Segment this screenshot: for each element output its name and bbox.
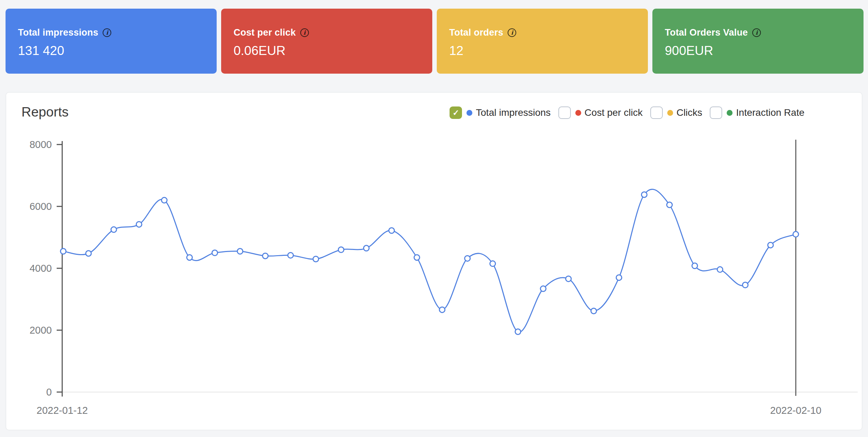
series-color-dot — [727, 110, 733, 116]
data-point-marker[interactable] — [768, 242, 773, 248]
checkbox-checked-icon[interactable]: ✓ — [450, 106, 462, 119]
kpi-cards-row: Total impressions 131 420 Cost per click… — [6, 9, 864, 74]
legend-label: Clicks — [677, 107, 702, 118]
data-point-marker[interactable] — [717, 267, 723, 272]
panel-title: Reports — [21, 105, 69, 119]
data-point-marker[interactable] — [389, 228, 394, 233]
data-point-marker[interactable] — [566, 276, 571, 281]
data-point-marker[interactable] — [692, 263, 698, 269]
legend-item-total-impressions[interactable]: ✓Total impressions — [450, 106, 550, 119]
kpi-card-cost-per-click: Cost per click 0.06EUR — [221, 9, 432, 74]
y-axis-tick-label: 4000 — [29, 263, 52, 274]
data-point-marker[interactable] — [490, 261, 496, 267]
legend-label: Cost per click — [585, 107, 643, 118]
kpi-value: 131 420 — [18, 44, 217, 58]
data-point-marker[interactable] — [414, 255, 419, 260]
series-line — [63, 189, 796, 332]
data-point-marker[interactable] — [237, 249, 243, 254]
kpi-value: 900EUR — [665, 44, 864, 58]
legend-item-clicks[interactable]: Clicks — [650, 106, 702, 119]
kpi-title-row: Cost per click — [234, 27, 432, 38]
x-axis-end-label: 2022-02-10 — [770, 405, 821, 416]
y-axis-tick-label: 8000 — [29, 139, 52, 150]
kpi-title: Total impressions — [18, 27, 98, 38]
series-color-dot — [667, 110, 673, 116]
info-icon[interactable] — [752, 28, 761, 37]
checkbox-unchecked-icon[interactable] — [710, 106, 722, 119]
kpi-title-row: Total orders — [449, 27, 648, 38]
info-icon[interactable] — [508, 28, 516, 37]
data-point-marker[interactable] — [793, 232, 799, 237]
data-point-marker[interactable] — [187, 255, 192, 260]
kpi-card-total-orders-value: Total Orders Value 900EUR — [652, 9, 864, 74]
data-point-marker[interactable] — [86, 251, 91, 256]
data-point-marker[interactable] — [616, 275, 622, 280]
kpi-card-total-impressions: Total impressions 131 420 — [6, 9, 217, 74]
kpi-title: Total orders — [449, 27, 503, 38]
data-point-marker[interactable] — [111, 227, 116, 232]
data-point-marker[interactable] — [161, 197, 167, 203]
info-icon[interactable] — [300, 28, 309, 37]
data-point-marker[interactable] — [338, 247, 344, 252]
data-point-marker[interactable] — [288, 252, 293, 258]
x-axis-start-label: 2022-01-12 — [37, 405, 88, 416]
checkbox-unchecked-icon[interactable] — [650, 106, 663, 119]
data-point-marker[interactable] — [263, 253, 268, 259]
data-point-marker[interactable] — [667, 202, 672, 208]
info-icon[interactable] — [103, 28, 111, 37]
chart-legend: ✓Total impressionsCost per clickClicksIn… — [450, 106, 804, 119]
data-point-marker[interactable] — [465, 255, 470, 261]
dashboard-page: Total impressions 131 420 Cost per click… — [0, 0, 868, 437]
data-point-marker[interactable] — [540, 286, 546, 291]
data-point-marker[interactable] — [440, 307, 445, 313]
legend-label: Total impressions — [476, 107, 550, 118]
data-point-marker[interactable] — [515, 329, 521, 335]
data-point-marker[interactable] — [591, 308, 596, 314]
series-color-dot — [466, 110, 472, 116]
checkbox-unchecked-icon[interactable] — [558, 106, 571, 119]
kpi-value: 0.06EUR — [234, 44, 432, 58]
kpi-card-total-orders: Total orders 12 — [437, 9, 648, 74]
y-axis-tick-label: 0 — [46, 387, 52, 398]
legend-item-interaction-rate[interactable]: Interaction Rate — [710, 106, 804, 119]
legend-item-cost-per-click[interactable]: Cost per click — [558, 106, 643, 119]
legend-label: Interaction Rate — [736, 107, 804, 118]
line-chart: 020004000600080002022-01-122022-02-10 — [6, 93, 863, 431]
y-axis-tick-label: 2000 — [29, 325, 52, 336]
reports-panel: Reports ✓Total impressionsCost per click… — [6, 92, 862, 430]
kpi-value: 12 — [449, 44, 648, 58]
y-axis-tick-label: 6000 — [29, 201, 52, 212]
data-point-marker[interactable] — [313, 256, 319, 262]
kpi-title-row: Total Orders Value — [665, 27, 864, 38]
data-point-marker[interactable] — [743, 282, 748, 288]
data-point-marker[interactable] — [136, 222, 142, 227]
data-point-marker[interactable] — [364, 245, 369, 251]
kpi-title: Total Orders Value — [665, 27, 748, 38]
data-point-marker[interactable] — [212, 250, 218, 255]
series-color-dot — [575, 110, 581, 116]
kpi-title: Cost per click — [234, 27, 296, 38]
data-point-marker[interactable] — [641, 192, 647, 197]
data-point-marker[interactable] — [60, 249, 66, 254]
kpi-title-row: Total impressions — [18, 27, 217, 38]
